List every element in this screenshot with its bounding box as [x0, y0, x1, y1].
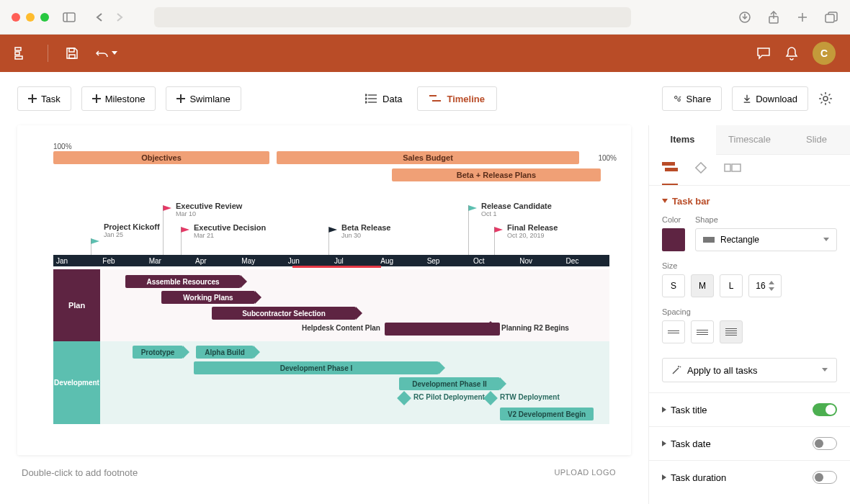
chevron-right-icon — [662, 407, 666, 413]
svg-rect-48 — [696, 163, 706, 173]
size-value-input[interactable]: 16 — [748, 274, 782, 297]
spacing-label: Spacing — [662, 307, 837, 316]
task-prototype[interactable]: Prototype — [133, 346, 183, 359]
span-beta-release-plans[interactable]: Beta + Release Plans — [392, 168, 601, 181]
task-v2-dev-begin[interactable]: V2 Development Begin — [500, 408, 594, 420]
spacing-medium-button[interactable] — [691, 320, 714, 343]
svg-point-33 — [823, 96, 828, 101]
footnote-placeholder[interactable]: Double-click to add footnote — [22, 467, 138, 478]
download-button[interactable]: Download — [732, 86, 808, 111]
task-dev-phase-2[interactable]: Development Phase II — [399, 377, 500, 390]
tab-timescale[interactable]: Timescale — [716, 125, 783, 154]
svg-rect-11 — [15, 56, 22, 59]
milestone-rtw-label: RTW Deployment — [500, 393, 560, 401]
milestone-release-candidate[interactable]: Release Candidate Oct 1 — [481, 202, 552, 217]
label: Milestone — [105, 94, 146, 104]
tabs-icon[interactable] — [824, 10, 838, 24]
milestone-rtw[interactable] — [483, 391, 498, 405]
svg-marker-59 — [822, 368, 828, 372]
task-working-plans[interactable]: Working Plans — [161, 291, 255, 304]
size-small-button[interactable]: S — [662, 274, 685, 297]
task-date-toggle[interactable] — [813, 437, 837, 450]
size-label: Size — [662, 261, 837, 270]
minimize-window-button[interactable] — [26, 13, 35, 22]
svg-rect-49 — [725, 164, 730, 171]
swimlane-label: Development — [53, 341, 100, 424]
undo-icon[interactable] — [96, 48, 117, 58]
svg-rect-52 — [703, 237, 715, 243]
add-task-button[interactable]: Task — [17, 86, 71, 111]
milestone-project-kickoff[interactable]: Project Kickoff Jan 25 — [104, 222, 160, 238]
milestone-beta-release[interactable]: Beta Release Jun 30 — [341, 223, 391, 239]
new-tab-icon[interactable] — [795, 10, 810, 24]
apply-to-all-select[interactable]: Apply to all tasks — [662, 358, 837, 382]
flag-icon — [181, 227, 191, 256]
svg-rect-8 — [826, 14, 834, 22]
url-bar[interactable] — [154, 7, 631, 27]
view-timeline-tab[interactable]: Timeline — [417, 86, 497, 111]
section-taskbar-header[interactable]: Task bar — [662, 196, 837, 207]
maximize-window-button[interactable] — [40, 13, 49, 22]
span-objectives[interactable]: Objectives — [53, 151, 269, 164]
toolbar: Task Milestone Swimlane Data Timeline Sh… — [0, 72, 850, 125]
add-swimlane-button[interactable]: Swimlane — [166, 86, 241, 111]
save-icon[interactable] — [66, 47, 79, 60]
task-subcontractor-selection[interactable]: Subcontractor Selection — [212, 307, 356, 320]
swimlane-development[interactable]: Development Prototype Alpha Build Develo… — [53, 341, 609, 424]
back-button[interactable] — [92, 10, 107, 24]
color-swatch[interactable] — [662, 228, 685, 251]
task-assemble-resources[interactable]: Assemble Resources — [125, 275, 241, 288]
svg-rect-9 — [15, 48, 21, 50]
close-window-button[interactable] — [12, 13, 20, 22]
swimlane-plan[interactable]: Plan Assemble Resources Working Plans Su… — [53, 269, 609, 341]
comment-icon[interactable] — [756, 47, 771, 60]
task-helpdesk-content-plan[interactable] — [385, 323, 500, 336]
svg-point-24 — [365, 94, 367, 96]
settings-icon[interactable] — [818, 91, 833, 106]
shape-select[interactable]: Rectangle — [695, 228, 837, 251]
flag-icon — [91, 238, 101, 256]
spacing-loose-button[interactable] — [720, 320, 743, 343]
bell-icon[interactable] — [785, 46, 798, 60]
section-task-title[interactable]: Task title — [649, 392, 850, 426]
stepper-icon — [769, 281, 774, 291]
sidebar-icon[interactable] — [62, 10, 76, 24]
section-task-date[interactable]: Task date — [649, 426, 850, 460]
download-icon[interactable] — [738, 10, 752, 24]
shape-tab-diamond-icon[interactable] — [695, 162, 707, 185]
upload-logo-button[interactable]: UPLOAD LOGO — [543, 460, 627, 485]
task-title-toggle[interactable] — [813, 403, 837, 416]
app-logo-icon[interactable] — [14, 47, 30, 60]
shape-tab-bar-icon[interactable] — [662, 162, 678, 185]
spacing-tight-button[interactable] — [662, 320, 685, 343]
task-dev-phase-1[interactable]: Development Phase I — [194, 361, 439, 374]
svg-point-26 — [365, 102, 367, 103]
task-alpha-build[interactable]: Alpha Build — [196, 346, 254, 359]
section-task-duration[interactable]: Task duration — [649, 460, 850, 494]
label: Share — [686, 94, 711, 104]
flag-icon — [494, 227, 504, 256]
milestone-planning-r2-label: Planning R2 Begins — [501, 324, 569, 332]
svg-marker-14 — [112, 51, 117, 55]
share-icon[interactable] — [766, 10, 781, 24]
avatar[interactable]: C — [813, 42, 836, 65]
browser-chrome — [0, 0, 850, 35]
span-sales-budget[interactable]: Sales Budget — [277, 151, 579, 164]
share-button[interactable]: Share — [662, 86, 722, 111]
milestone-rc-pilot[interactable] — [397, 391, 411, 405]
svg-marker-55 — [769, 287, 774, 291]
svg-marker-40 — [328, 227, 337, 233]
size-medium-button[interactable]: M — [691, 274, 714, 297]
forward-button[interactable] — [112, 10, 127, 24]
size-large-button[interactable]: L — [720, 274, 743, 297]
milestone-executive-decision[interactable]: Executive Decision Mar 21 — [194, 223, 266, 239]
task-duration-toggle[interactable] — [813, 471, 837, 484]
tab-items[interactable]: Items — [649, 125, 716, 155]
view-data-tab[interactable]: Data — [353, 86, 414, 111]
timeline-canvas[interactable]: 100% 100% Objectives Sales Budget Beta +… — [17, 125, 631, 455]
shape-tab-rect-icon[interactable] — [724, 162, 741, 185]
milestone-executive-review[interactable]: Executive Review Mar 10 — [176, 202, 242, 217]
milestone-final-release[interactable]: Final Release Oct 20, 2019 — [507, 223, 558, 239]
add-milestone-button[interactable]: Milestone — [81, 86, 156, 111]
tab-slide[interactable]: Slide — [783, 125, 850, 154]
